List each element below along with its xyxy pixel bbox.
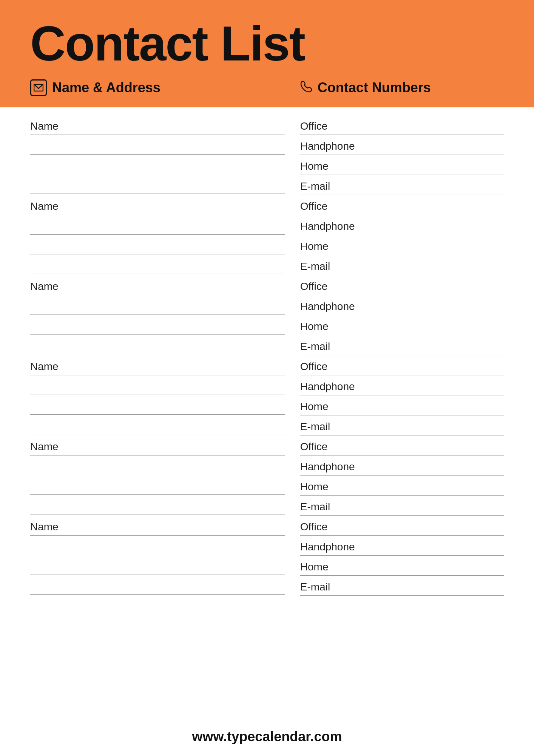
email-field-4: E-mail	[300, 415, 504, 435]
addr-field-6b	[30, 555, 285, 575]
home-field-2: Home	[300, 235, 504, 255]
header-columns: Name & Address Contact Numbers	[30, 79, 504, 96]
office-label-3: Office	[300, 275, 504, 295]
addr-field-2b	[30, 235, 285, 254]
office-label-6: Office	[300, 516, 504, 535]
header: Contact List Name & Address Contact Numb…	[0, 0, 534, 107]
contact-entry-3: Name Office	[30, 275, 504, 355]
right-block-5: Office Handphone Home E-mail	[300, 435, 504, 516]
name-label-5: Name	[30, 435, 285, 455]
name-field-5: Name	[30, 435, 285, 455]
home-label-3: Home	[300, 315, 504, 335]
email-label-2: E-mail	[300, 255, 504, 275]
email-field-5: E-mail	[300, 496, 504, 516]
left-block-6: Name	[30, 516, 300, 596]
name-label-1: Name	[30, 115, 285, 135]
email-field-2: E-mail	[300, 255, 504, 275]
header-right-col: Contact Numbers	[300, 80, 504, 96]
right-block-2: Office Handphone Home E-mail	[300, 195, 504, 275]
email-field-1: E-mail	[300, 175, 504, 195]
home-field-6: Home	[300, 556, 504, 576]
addr-field-1a	[30, 135, 285, 155]
handphone-label-5: Handphone	[300, 455, 504, 475]
office-field-3: Office	[300, 275, 504, 295]
addr-field-4a	[30, 375, 285, 395]
home-label-5: Home	[300, 476, 504, 495]
addr-field-5c	[30, 495, 285, 514]
addr-field-5b	[30, 475, 285, 495]
addr-field-3c	[30, 335, 285, 354]
handphone-label-3: Handphone	[300, 295, 504, 315]
office-field-6: Office	[300, 516, 504, 536]
contact-numbers-label: Contact Numbers	[318, 80, 431, 96]
name-address-label: Name & Address	[52, 80, 161, 96]
email-label-3: E-mail	[300, 335, 504, 355]
home-label-4: Home	[300, 395, 504, 415]
right-block-4: Office Handphone Home E-mail	[300, 355, 504, 435]
name-field-4: Name	[30, 355, 285, 375]
addr-field-2c	[30, 254, 285, 274]
name-field-2: Name	[30, 195, 285, 215]
home-label-6: Home	[300, 556, 504, 575]
name-label-4: Name	[30, 355, 285, 375]
office-field-1: Office	[300, 115, 504, 135]
left-block-3: Name	[30, 275, 300, 355]
name-field-6: Name	[30, 516, 285, 536]
footer-url: www.typecalendar.com	[192, 729, 342, 744]
handphone-label-1: Handphone	[300, 135, 504, 155]
name-label-6: Name	[30, 516, 285, 535]
left-block-1: Name	[30, 115, 300, 195]
mail-icon	[30, 79, 47, 96]
contact-entry-4: Name Office	[30, 355, 504, 435]
content-area: Name Office	[0, 107, 534, 721]
footer: www.typecalendar.com	[0, 721, 534, 756]
handphone-label-4: Handphone	[300, 375, 504, 395]
home-field-3: Home	[300, 315, 504, 335]
name-label-3: Name	[30, 275, 285, 295]
right-block-3: Office Handphone Home E-mail	[300, 275, 504, 355]
office-field-2: Office	[300, 195, 504, 215]
home-label-1: Home	[300, 155, 504, 175]
addr-field-3a	[30, 295, 285, 315]
email-label-5: E-mail	[300, 496, 504, 515]
email-label-1: E-mail	[300, 175, 504, 195]
contact-entry-5: Name Office	[30, 435, 504, 516]
handphone-field-2: Handphone	[300, 215, 504, 235]
home-field-1: Home	[300, 155, 504, 175]
addr-field-6a	[30, 536, 285, 555]
handphone-field-3: Handphone	[300, 295, 504, 315]
name-field-3: Name	[30, 275, 285, 295]
page-title: Contact List	[30, 19, 504, 68]
email-label-6: E-mail	[300, 576, 504, 595]
name-field-1: Name	[30, 115, 285, 135]
addr-field-4b	[30, 395, 285, 415]
right-block-6: Office Handphone Home E-mail	[300, 516, 504, 596]
office-label-4: Office	[300, 355, 504, 375]
header-left-col: Name & Address	[30, 79, 300, 96]
contact-entry-1: Name Office	[30, 115, 504, 195]
email-label-4: E-mail	[300, 415, 504, 435]
handphone-label-2: Handphone	[300, 215, 504, 235]
handphone-field-1: Handphone	[300, 135, 504, 155]
addr-field-4c	[30, 415, 285, 434]
left-block-4: Name	[30, 355, 300, 435]
contact-entry-2: Name Office	[30, 195, 504, 275]
contact-entry-6: Name Office	[30, 516, 504, 596]
home-field-4: Home	[300, 395, 504, 415]
email-field-3: E-mail	[300, 335, 504, 355]
addr-field-2a	[30, 215, 285, 235]
left-block-2: Name	[30, 195, 300, 275]
handphone-field-5: Handphone	[300, 455, 504, 476]
addr-field-1b	[30, 155, 285, 174]
addr-field-6c	[30, 575, 285, 595]
office-field-5: Office	[300, 435, 504, 455]
handphone-field-6: Handphone	[300, 536, 504, 556]
home-field-5: Home	[300, 476, 504, 496]
office-field-4: Office	[300, 355, 504, 375]
left-block-5: Name	[30, 435, 300, 516]
phone-icon	[300, 81, 312, 95]
handphone-label-6: Handphone	[300, 536, 504, 555]
entries-container: Name Office	[30, 115, 504, 710]
office-label-2: Office	[300, 195, 504, 215]
handphone-field-4: Handphone	[300, 375, 504, 395]
